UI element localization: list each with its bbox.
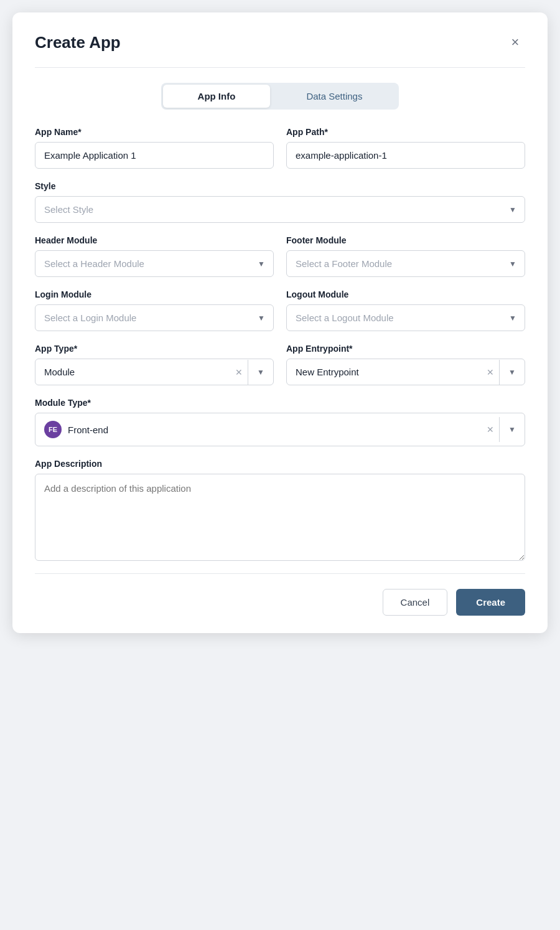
- app-type-dropdown-button[interactable]: ▼: [248, 368, 273, 377]
- app-name-label: App Name*: [35, 127, 274, 137]
- footer-module-select-wrapper: Select a Footer Module ▼: [286, 250, 525, 277]
- tab-bar: App Info Data Settings: [35, 83, 525, 110]
- app-name-group: App Name*: [35, 127, 274, 169]
- logout-module-select[interactable]: Select a Logout Module: [286, 304, 525, 331]
- module-type-badge: FE: [44, 421, 62, 438]
- app-entrypoint-group: App Entrypoint* New Entrypoint ✕ ▼: [286, 344, 525, 385]
- tab-data-settings[interactable]: Data Settings: [271, 85, 397, 108]
- app-path-label: App Path*: [286, 127, 525, 137]
- style-select[interactable]: Select Style: [35, 196, 525, 223]
- app-type-label: App Type*: [35, 344, 274, 354]
- app-type-value-area: Module: [35, 359, 230, 385]
- module-type-value-area: FE Front-end: [35, 413, 482, 446]
- app-entrypoint-value: New Entrypoint: [296, 367, 473, 377]
- app-type-entrypoint-row: App Type* Module ✕ ▼ App Entrypoint* New…: [35, 344, 525, 385]
- logout-module-label: Logout Module: [286, 289, 525, 299]
- style-row: Style Select Style ▼: [35, 181, 525, 223]
- app-type-value: Module: [44, 367, 222, 377]
- tab-app-info[interactable]: App Info: [163, 85, 271, 108]
- logout-module-group: Logout Module Select a Logout Module ▼: [286, 289, 525, 331]
- style-group: Style Select Style ▼: [35, 181, 525, 223]
- modal-header: Create App ×: [35, 32, 525, 52]
- app-name-path-row: App Name* App Path*: [35, 127, 525, 169]
- header-divider: [35, 67, 525, 68]
- app-entrypoint-select-wrapper: New Entrypoint ✕ ▼: [286, 359, 525, 385]
- app-name-input[interactable]: [35, 142, 274, 169]
- app-description-row: App Description: [35, 459, 525, 561]
- style-label: Style: [35, 181, 525, 191]
- app-description-label: App Description: [35, 459, 525, 469]
- app-description-group: App Description: [35, 459, 525, 561]
- modal-title: Create App: [35, 33, 121, 52]
- app-entrypoint-value-area: New Entrypoint: [287, 359, 482, 385]
- form-section: App Name* App Path* Style Select Style ▼: [35, 127, 525, 561]
- module-type-row: Module Type* FE Front-end ✕ ▼: [35, 398, 525, 446]
- app-description-textarea[interactable]: [35, 474, 525, 561]
- login-module-label: Login Module: [35, 289, 274, 299]
- app-path-input[interactable]: [286, 142, 525, 169]
- module-type-select-wrapper: FE Front-end ✕ ▼: [35, 413, 525, 446]
- style-select-wrapper: Select Style ▼: [35, 196, 525, 223]
- header-module-label: Header Module: [35, 235, 274, 245]
- app-path-group: App Path*: [286, 127, 525, 169]
- footer-module-select[interactable]: Select a Footer Module: [286, 250, 525, 277]
- logout-module-select-wrapper: Select a Logout Module ▼: [286, 304, 525, 331]
- create-button[interactable]: Create: [456, 589, 525, 616]
- modal-footer: Cancel Create: [35, 573, 525, 633]
- header-module-select[interactable]: Select a Header Module: [35, 250, 274, 277]
- app-entrypoint-label: App Entrypoint*: [286, 344, 525, 354]
- module-type-dropdown-button[interactable]: ▼: [500, 425, 525, 434]
- tab-container: App Info Data Settings: [161, 83, 399, 110]
- app-type-clear-button[interactable]: ✕: [230, 367, 248, 377]
- login-logout-row: Login Module Select a Login Module ▼ Log…: [35, 289, 525, 331]
- create-app-modal: Create App × App Info Data Settings App …: [12, 12, 548, 633]
- header-module-group: Header Module Select a Header Module ▼: [35, 235, 274, 277]
- login-module-group: Login Module Select a Login Module ▼: [35, 289, 274, 331]
- cancel-button[interactable]: Cancel: [383, 589, 448, 616]
- module-type-group: Module Type* FE Front-end ✕ ▼: [35, 398, 525, 446]
- app-type-group: App Type* Module ✕ ▼: [35, 344, 274, 385]
- login-module-select-wrapper: Select a Login Module ▼: [35, 304, 274, 331]
- module-type-value: Front-end: [68, 425, 473, 435]
- app-entrypoint-clear-button[interactable]: ✕: [482, 367, 499, 377]
- header-footer-row: Header Module Select a Header Module ▼ F…: [35, 235, 525, 277]
- footer-module-label: Footer Module: [286, 235, 525, 245]
- app-type-select-wrapper: Module ✕ ▼: [35, 359, 274, 385]
- footer-module-group: Footer Module Select a Footer Module ▼: [286, 235, 525, 277]
- app-entrypoint-dropdown-button[interactable]: ▼: [500, 368, 525, 377]
- module-type-clear-button[interactable]: ✕: [482, 425, 499, 434]
- module-type-label: Module Type*: [35, 398, 525, 408]
- login-module-select[interactable]: Select a Login Module: [35, 304, 274, 331]
- header-module-select-wrapper: Select a Header Module ▼: [35, 250, 274, 277]
- close-button[interactable]: ×: [505, 32, 525, 52]
